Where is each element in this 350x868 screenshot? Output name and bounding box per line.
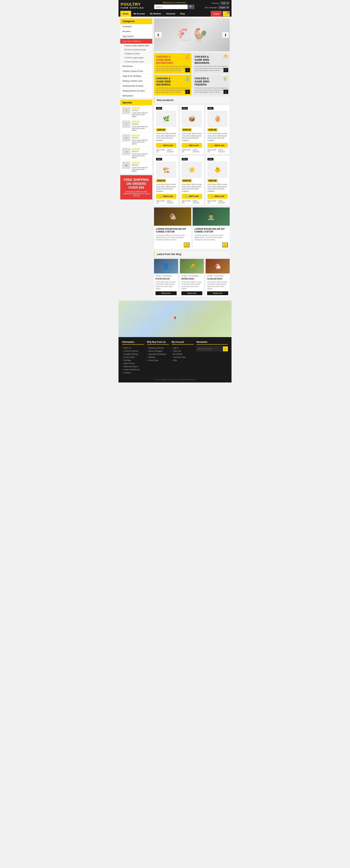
read-more-button-2[interactable]: Read more xyxy=(207,291,228,295)
sidebar-sub-item-0[interactable]: Lorem conetur adipisit amet xyxy=(120,44,152,48)
wishlist-link-4[interactable]: Add to Wish List xyxy=(182,199,191,203)
search-button[interactable]: 🔍 xyxy=(188,5,194,9)
footer-group-sales[interactable]: Group Sales xyxy=(147,359,169,362)
cat-banner-icon-2: 💧 xyxy=(184,76,190,82)
compare-link-5[interactable]: Add to Compare xyxy=(218,199,228,203)
wishlist-link-2[interactable]: Add to Wish List xyxy=(208,149,217,152)
sidebar-item-netting[interactable]: Netting & Shade Cloth xyxy=(120,79,152,84)
sidebar-item-catching-nets[interactable]: Catching Nets & Hooks xyxy=(120,84,152,88)
add-to-cart-button-3[interactable]: 🛒 Add to cart xyxy=(156,194,176,199)
language-selector: Your Language English xyxy=(205,6,229,9)
special-price-old-3: $288.96 xyxy=(132,150,150,152)
promo-desc-1: Lorem ipsum dolor sit amet conse ctetur … xyxy=(194,234,228,241)
nav-home[interactable]: Home xyxy=(120,11,131,17)
sidebar-submenu: Lorem conetur adipisit amet Elit sed do … xyxy=(120,44,152,64)
newsletter-email-input[interactable] xyxy=(196,346,223,351)
wishlist-link-1[interactable]: Add to Wish List xyxy=(182,149,191,152)
cat-banner-icon-0: 🥚 xyxy=(184,54,190,60)
cart-button[interactable]: 🛒0 xyxy=(223,11,230,17)
nav-checkout[interactable]: Checkout xyxy=(163,11,178,17)
compare-link-3[interactable]: Add to Compare xyxy=(167,199,176,203)
add-to-cart-button-4[interactable]: 🛒 Add to cart xyxy=(182,194,202,199)
footer-shipping-returns[interactable]: Shipping & Returns xyxy=(147,346,169,349)
nav-my-wishlist[interactable]: My Wishlist xyxy=(148,11,163,17)
read-more-button-0[interactable]: Read more xyxy=(156,291,177,295)
product-price-5: $258.96 xyxy=(208,179,218,182)
promo-img-1: 👨‍⚕️ xyxy=(193,208,230,226)
footer-international-shipping[interactable]: International Shipping xyxy=(147,352,169,356)
sidebar-item-egg-care[interactable]: Egg Care & Baskets xyxy=(120,39,152,44)
product-desc-2: Lorem ipsum dolor sit amet conse ctetur … xyxy=(208,132,228,142)
compare-link-0[interactable]: Add to Compare xyxy=(167,149,176,152)
slider-next-button[interactable]: ❯ xyxy=(222,32,229,38)
read-more-button-1[interactable]: Read more xyxy=(181,291,202,295)
footer-sign-in[interactable]: Sign In xyxy=(172,346,194,349)
sidebar-item-incubators[interactable]: Incubators xyxy=(120,24,152,29)
sidebar-sub-item-1[interactable]: Elit sed do eiusmod tempo xyxy=(120,48,152,52)
sidebar-item-shipping-boxes[interactable]: Shipping Boxes & Crates xyxy=(120,88,152,93)
footer-search-terms[interactable]: Search Terms xyxy=(122,362,144,365)
newsletter-submit-button[interactable]: » xyxy=(223,346,228,351)
product-desc-5: Lorem ipsum dolor sit amet conse ctetur … xyxy=(208,183,228,192)
sidebar-item-medications[interactable]: Medications xyxy=(120,93,152,98)
compare-link-2[interactable]: Add to Compare xyxy=(218,149,228,152)
promo-desc-0: Lorem ipsum dolor sit amet conse ctetur … xyxy=(156,234,189,241)
slider-prev-button[interactable]: ❮ xyxy=(155,32,161,38)
footer-affiliates[interactable]: Affiliates xyxy=(147,356,169,359)
add-to-cart-button-1[interactable]: 🛒 Add to cart xyxy=(182,143,202,148)
cat-banner-arrow-2[interactable]: » xyxy=(185,90,190,94)
nav-my-account[interactable]: My Account xyxy=(131,11,148,17)
sidebar-item-nest-boxes[interactable]: Nest Boxes xyxy=(120,64,152,69)
cat-banner-arrow-0[interactable]: » xyxy=(185,68,190,72)
sidebar-item-brooders[interactable]: Brooders xyxy=(120,29,152,34)
currency-select[interactable]: USD xyxy=(220,1,229,5)
search-input[interactable] xyxy=(154,5,188,9)
wishlist-link-3[interactable]: Add to Wish List xyxy=(156,199,165,203)
cart-icon-5: 🛒 xyxy=(211,195,214,198)
promo-arrow-0[interactable]: » xyxy=(184,243,189,247)
language-select[interactable]: English xyxy=(218,6,229,9)
compare-link-1[interactable]: Add to Compare xyxy=(192,149,202,152)
wishlist-link-5[interactable]: Add to Wish List xyxy=(208,199,217,203)
blog-card-title-2: ALIQUAM ERAT xyxy=(207,278,228,280)
footer-bottom: © 2013 Magento Demo Store. All Rights Re… xyxy=(122,377,228,381)
wishlist-link-0[interactable]: Add to Wish List xyxy=(156,149,165,152)
footer-track-order[interactable]: Track My Order xyxy=(172,356,194,359)
nav-blog[interactable]: Blog xyxy=(178,11,187,17)
promo-banners: 🐔 LOREM IPSUM DOLOR SIT CONSE CTETUR Lor… xyxy=(154,208,230,249)
map-placeholder: 📍 xyxy=(119,301,231,337)
add-to-cart-button-0[interactable]: 🛒 Add to cart xyxy=(156,143,176,148)
compare-link-4[interactable]: Add to Compare xyxy=(192,199,202,203)
footer-customer-service[interactable]: Customer Service xyxy=(122,349,144,352)
footer-view-cart[interactable]: View Cart xyxy=(172,349,194,352)
footer-contacts[interactable]: Contacts xyxy=(122,371,144,374)
special-info-4: $258.96 $288.96 Lorem ipsum dolor sit am… xyxy=(132,161,150,172)
footer-advanced-search[interactable]: Advanced Search xyxy=(122,365,144,368)
footer-my-wishlist[interactable]: My Wishlist xyxy=(172,352,194,356)
logo[interactable]: POULTRY FARM SUPPLIES xyxy=(121,2,144,9)
cat-banner-arrow-1[interactable]: » xyxy=(223,68,228,72)
special-desc-1: Lorem ipsum dolor sit amet conse ctetur … xyxy=(132,126,150,131)
footer-about-us[interactable]: About Us xyxy=(122,346,144,349)
product-card-3: New! 🏗️ $258.96 Lorem ipsum dolor sit am… xyxy=(154,156,178,205)
footer-privacy-policy[interactable]: Privacy Policy xyxy=(122,356,144,359)
add-to-cart-button-2[interactable]: 🛒 Add to cart xyxy=(208,143,228,148)
footer-site-map[interactable]: Site Map xyxy=(122,359,144,362)
sidebar-item-chicken-coops[interactable]: Chicken Coops & Pens xyxy=(120,69,152,74)
nav-login[interactable]: Log In xyxy=(211,11,222,17)
sidebar-sub-item-3[interactable]: Ut dolore magna aliqua xyxy=(120,56,152,60)
product-badge-1: New! xyxy=(182,107,188,110)
footer-template-settings[interactable]: Template Settings xyxy=(122,352,144,356)
promo-arrow-1[interactable]: » xyxy=(222,243,228,247)
add-to-cart-button-5[interactable]: 🛒 Add to cart xyxy=(208,194,228,199)
product-links-2: Add to Wish List Add to Compare xyxy=(208,149,228,152)
footer-help[interactable]: Help xyxy=(172,359,194,362)
sidebar-sub-item-4[interactable]: Ut enim ad minim venia xyxy=(120,60,152,64)
sidebar-item-egg-cartons[interactable]: Egg Cartons xyxy=(120,34,152,39)
sidebar-sub-item-2[interactable]: Incididunt ut labore xyxy=(120,52,152,56)
footer-secure-shopping[interactable]: Secure Shopping xyxy=(147,349,169,352)
product-links-5: Add to Wish List Add to Compare xyxy=(208,199,228,203)
footer-orders-returns[interactable]: Orders and Returns xyxy=(122,368,144,371)
cat-banner-arrow-3[interactable]: » xyxy=(223,90,228,94)
sidebar-item-cage-pen[interactable]: Cage & Pen Building xyxy=(120,74,152,79)
